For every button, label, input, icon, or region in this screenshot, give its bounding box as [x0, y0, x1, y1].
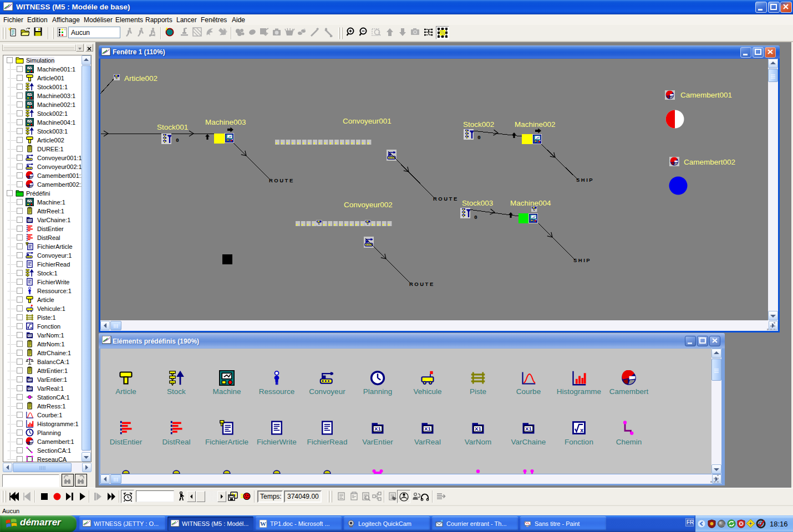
svg-text:W: W: [260, 520, 266, 527]
svg-text:Convoyeur002: Convoyeur002: [344, 201, 393, 209]
svg-text:Stock001: Stock001: [157, 123, 188, 131]
svg-text:Machine004: Machine004: [510, 199, 551, 207]
svg-text:Stock003: Stock003: [462, 199, 493, 207]
svg-text:0: 0: [477, 135, 481, 141]
svg-text:SHIP: SHIP: [573, 257, 591, 263]
svg-text:Camembert002: Camembert002: [684, 158, 735, 166]
svg-text:Stock002: Stock002: [463, 120, 494, 129]
svg-text:Machine002: Machine002: [515, 120, 556, 129]
svg-text:ROUTE: ROUTE: [269, 177, 294, 183]
svg-text:0: 0: [474, 214, 477, 221]
svg-text:Convoyeur001: Convoyeur001: [343, 117, 392, 125]
svg-text:0: 0: [176, 137, 179, 144]
svg-text:SHIP: SHIP: [576, 177, 594, 183]
svg-text:Camembert001: Camembert001: [680, 91, 732, 99]
svg-text:ROUTE: ROUTE: [433, 196, 459, 202]
svg-text:Machine003: Machine003: [205, 118, 246, 126]
svg-text:ROUTE: ROUTE: [409, 281, 435, 287]
svg-text:Article002: Article002: [124, 74, 157, 83]
